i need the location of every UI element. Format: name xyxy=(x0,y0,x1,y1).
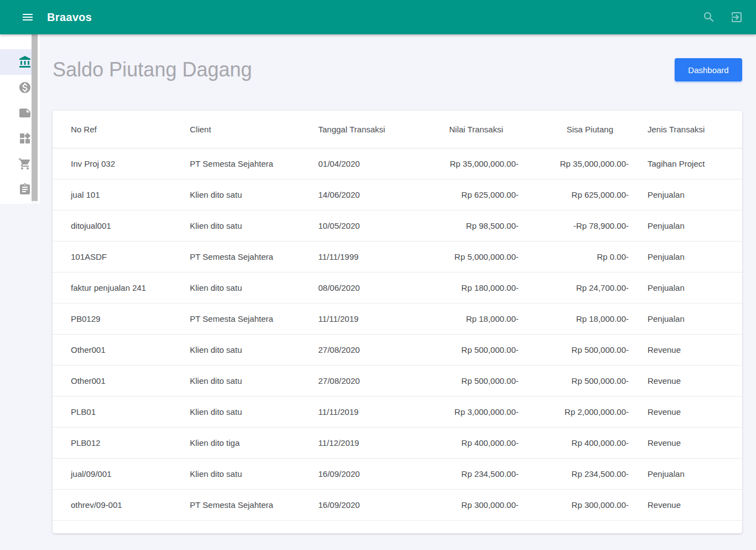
exit-icon[interactable] xyxy=(730,11,743,24)
sidebar-item-reports[interactable] xyxy=(0,177,32,202)
table-cell: 16/09/2020 xyxy=(300,458,427,489)
table-cell: ditojual001 xyxy=(53,210,172,241)
sidebar-scrollbar[interactable] xyxy=(32,34,38,204)
table-cell: Rp 234,500.00- xyxy=(519,458,629,489)
app-header: Braavos xyxy=(0,0,756,34)
table-cell: 14/06/2020 xyxy=(300,179,427,210)
table-cell: Penjualan xyxy=(629,241,742,272)
table-cell: 27/08/2020 xyxy=(300,334,427,365)
table-cell: Klien dito satu xyxy=(172,210,300,241)
table-cell: 101ASDF xyxy=(53,241,172,272)
table-cell: 01/04/2020 xyxy=(300,148,427,179)
receivables-card: No RefClientTanggal TransaksiNilai Trans… xyxy=(53,111,742,533)
table-cell: Tagihan Project xyxy=(629,148,742,179)
table-cell: Revenue xyxy=(629,365,742,396)
column-header: Tanggal Transaksi xyxy=(300,111,427,148)
clipboard-icon xyxy=(18,183,32,196)
table-row[interactable]: Other001Klien dito satu27/08/2020Rp 500,… xyxy=(53,365,742,396)
table-row[interactable]: othrev/09-001PT Semesta Sejahtera16/09/2… xyxy=(53,489,742,520)
table-row[interactable]: Other001Klien dito satu27/08/2020Rp 500,… xyxy=(53,334,742,365)
table-cell: Rp 98,500.00- xyxy=(427,210,519,241)
app-title: Braavos xyxy=(47,11,92,24)
table-cell: Rp 18,000.00- xyxy=(427,303,519,334)
sidebar-scrollbar-thumb[interactable] xyxy=(32,34,38,201)
table-body: Inv Proj 032PT Semesta Sejahtera01/04/20… xyxy=(53,148,742,520)
table-cell: PT Semesta Sejahtera xyxy=(172,241,300,272)
table-cell: Rp 0.00- xyxy=(519,241,629,272)
column-header: Client xyxy=(172,111,300,148)
table-row[interactable]: PLB01Klien dito satu11/11/2019Rp 3,000,0… xyxy=(53,396,742,427)
table-cell: Rp 500,000.00- xyxy=(427,365,519,396)
money-icon xyxy=(18,81,32,94)
table-cell: Penjualan xyxy=(629,458,742,489)
table-cell: Rp 500,000.00- xyxy=(519,334,629,365)
table-cell: Penjualan xyxy=(629,303,742,334)
menu-icon[interactable] xyxy=(21,11,34,24)
table-cell: Revenue xyxy=(629,334,742,365)
table-cell: Rp 35,000,000.00- xyxy=(427,148,519,179)
table-row[interactable]: PLB012Klien dito tiga11/12/2019Rp 400,00… xyxy=(53,427,742,458)
table-row[interactable]: Inv Proj 032PT Semesta Sejahtera01/04/20… xyxy=(53,148,742,179)
table-cell: Klien dito satu xyxy=(172,365,300,396)
sidebar-item-receivables[interactable] xyxy=(0,49,32,75)
table-cell: Penjualan xyxy=(629,179,742,210)
table-cell: Rp 234,500.00- xyxy=(427,458,519,489)
table-cell: Rp 35,000,000.00- xyxy=(519,148,629,179)
column-header: No Ref xyxy=(53,111,172,148)
table-cell: Other001 xyxy=(53,334,172,365)
table-cell: PLB01 xyxy=(53,396,172,427)
table-cell: PB0129 xyxy=(53,303,172,334)
table-cell: -Rp 78,900.00- xyxy=(519,210,629,241)
table-cell: PLB012 xyxy=(53,427,172,458)
table-cell: Revenue xyxy=(629,489,742,520)
table-cell: Rp 625,000.00- xyxy=(427,179,519,210)
table-cell: Klien dito satu xyxy=(172,396,300,427)
sidebar-item-finance[interactable] xyxy=(0,75,32,100)
table-cell: Rp 24,700.00- xyxy=(519,272,629,303)
table-cell: Rp 18,000.00- xyxy=(519,303,629,334)
table-cell: 10/05/2020 xyxy=(300,210,427,241)
table-cell: Rp 180,000.00- xyxy=(427,272,519,303)
widgets-icon xyxy=(18,132,32,145)
table-cell: 16/09/2020 xyxy=(300,489,427,520)
table-cell: PT Semesta Sejahtera xyxy=(172,303,300,334)
column-header: Jenis Transaksi xyxy=(629,111,742,148)
table-cell: Rp 2,000,000.00- xyxy=(519,396,629,427)
table-cell: Penjualan xyxy=(629,210,742,241)
table-cell: jual 101 xyxy=(53,179,172,210)
table-cell: Revenue xyxy=(629,427,742,458)
table-cell: Penjualan xyxy=(629,272,742,303)
main-content: Saldo Piutang Dagang Dashboard No RefCli… xyxy=(40,34,756,533)
sidebar-item-documents[interactable] xyxy=(0,100,32,126)
table-cell: Klien dito tiga xyxy=(172,427,300,458)
table-row[interactable]: faktur penjualan 241Klien dito satu08/06… xyxy=(53,272,742,303)
cart-icon xyxy=(18,157,32,171)
table-cell: Rp 3,000,000.00- xyxy=(427,396,519,427)
table-header-row: No RefClientTanggal TransaksiNilai Trans… xyxy=(53,111,742,148)
table-cell: 27/08/2020 xyxy=(300,365,427,396)
table-row[interactable]: ditojual001Klien dito satu10/05/2020Rp 9… xyxy=(53,210,742,241)
table-cell: 11/11/2019 xyxy=(300,396,427,427)
dashboard-button[interactable]: Dashboard xyxy=(675,58,742,81)
table-cell: othrev/09-001 xyxy=(53,489,172,520)
table-cell: Rp 5,000,000.00- xyxy=(427,241,519,272)
sidebar xyxy=(0,34,40,204)
search-icon[interactable] xyxy=(702,11,716,24)
table-cell: Rp 400,000.00- xyxy=(427,427,519,458)
sidebar-item-widgets[interactable] xyxy=(0,126,32,151)
table-row[interactable]: jual/09/001Klien dito satu16/09/2020Rp 2… xyxy=(53,458,742,489)
table-cell: 11/11/2019 xyxy=(300,303,427,334)
page-title: Saldo Piutang Dagang xyxy=(53,58,252,81)
table-cell: 11/12/2019 xyxy=(300,427,427,458)
table-cell: Klien dito satu xyxy=(172,272,300,303)
table-cell: Revenue xyxy=(629,396,742,427)
table-row[interactable]: 101ASDFPT Semesta Sejahtera11/11/1999Rp … xyxy=(53,241,742,272)
table-row[interactable]: PB0129PT Semesta Sejahtera11/11/2019Rp 1… xyxy=(53,303,742,334)
table-cell: Klien dito satu xyxy=(172,179,300,210)
table-cell: Rp 500,000.00- xyxy=(519,365,629,396)
table-cell: Klien dito satu xyxy=(172,458,300,489)
column-header: Sisa Piutang xyxy=(519,111,629,148)
table-cell: Klien dito satu xyxy=(172,334,300,365)
sidebar-item-sales[interactable] xyxy=(0,151,32,177)
table-row[interactable]: jual 101Klien dito satu14/06/2020Rp 625,… xyxy=(53,179,742,210)
